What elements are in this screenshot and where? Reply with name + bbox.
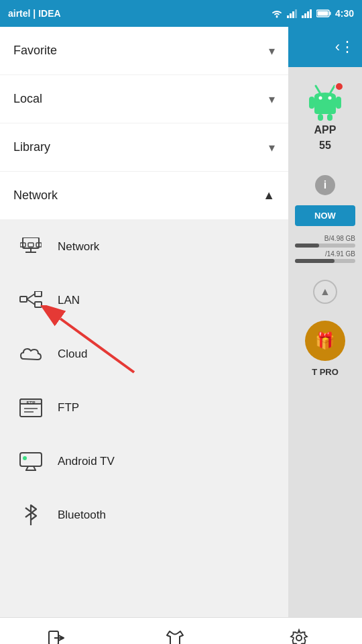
more-options-icon[interactable]: ⋮: [340, 38, 355, 56]
nav-exit[interactable]: Exit: [34, 623, 80, 644]
bluetooth-item-label: Bluetooth: [58, 508, 106, 522]
chevron-down-icon: ▾: [269, 140, 275, 155]
info-icon[interactable]: i: [315, 175, 335, 195]
status-bar: airtel | IDEA 4:30: [0, 0, 362, 27]
svg-line-21: [27, 294, 35, 299]
svg-rect-40: [318, 114, 323, 121]
svg-point-32: [23, 456, 27, 460]
sidebar-item-network[interactable]: Network ▲: [0, 172, 288, 220]
right-panel: ‹ ⋮: [288, 27, 362, 617]
exit-icon: [48, 629, 66, 644]
back-button[interactable]: ‹: [335, 38, 340, 56]
svg-text:FTP: FTP: [26, 400, 36, 405]
sidebar-item-favorite[interactable]: Favorite ▾: [0, 27, 288, 75]
wifi-icon: [271, 9, 283, 18]
svg-rect-4: [295, 9, 297, 18]
carrier-text: airtel | IDEA: [8, 8, 61, 19]
submenu-item-network[interactable]: Network: [0, 220, 288, 274]
storage-text-2: /14.91 GB: [295, 250, 355, 258]
sidebar-item-library[interactable]: Library ▾: [0, 123, 288, 172]
svg-point-36: [319, 97, 322, 100]
ftp-icon: FTP: [19, 396, 43, 420]
gift-button[interactable]: 🎁: [305, 321, 345, 361]
battery-icon: [316, 9, 331, 17]
svg-point-37: [328, 97, 332, 100]
svg-line-22: [27, 299, 35, 305]
carrier-info: airtel | IDEA: [8, 8, 61, 19]
cloud-item-label: Cloud: [58, 347, 87, 361]
svg-rect-16: [28, 243, 34, 247]
signal-icon-2: [302, 9, 312, 18]
submenu-item-androidtv[interactable]: Android TV: [0, 435, 288, 488]
svg-line-34: [316, 86, 320, 93]
favorite-label: Favorite: [13, 44, 57, 58]
svg-rect-41: [327, 114, 333, 121]
sidebar-item-local[interactable]: Local ▾: [0, 75, 288, 123]
svg-rect-7: [307, 11, 309, 18]
submenu-item-lan[interactable]: LAN: [0, 274, 288, 327]
bluetooth-icon: [19, 503, 43, 527]
status-icons: 4:30: [271, 8, 354, 19]
right-panel-content: APP 55 i NOW B/4.98 GB /14.91 GB ▲ 🎁 T P…: [292, 67, 359, 384]
storage-text-1: B/4.98 GB: [295, 235, 355, 242]
notification-dot: [335, 82, 344, 91]
svg-rect-10: [329, 12, 330, 15]
drawer: Favorite ▾ Local ▾ Library ▾ Network ▲: [0, 27, 288, 617]
svg-rect-19: [35, 291, 42, 297]
network-item-label: Network: [58, 240, 99, 254]
svg-rect-5: [302, 15, 304, 18]
tv-icon: [19, 449, 43, 474]
network-label: Network: [13, 189, 58, 203]
pro-label: T PRO: [312, 367, 339, 377]
storage-info: B/4.98 GB /14.91 GB: [295, 235, 355, 263]
androidtv-item-label: Android TV: [58, 455, 115, 468]
svg-rect-20: [35, 302, 42, 307]
android-icon: [305, 80, 345, 121]
theme-icon: [166, 629, 184, 644]
settings-icon: [290, 629, 308, 644]
collapse-button[interactable]: ▲: [313, 280, 337, 304]
chevron-down-icon: ▾: [269, 44, 275, 58]
bottom-nav: Exit Theme Settings: [0, 617, 362, 644]
ftp-item-label: FTP: [58, 401, 79, 415]
chevron-up-icon: ▲: [263, 189, 275, 203]
svg-rect-3: [292, 11, 294, 18]
main-container: Favorite ▾ Local ▾ Library ▾ Network ▲: [0, 27, 362, 617]
right-top-bar: ‹ ⋮: [288, 27, 362, 67]
submenu-item-ftp[interactable]: FTP FTP: [0, 381, 288, 435]
app-label: APP: [314, 124, 337, 136]
storage-fill-1: [295, 244, 319, 248]
svg-rect-2: [290, 13, 292, 18]
svg-rect-38: [309, 97, 314, 109]
lan-icon: [19, 288, 43, 313]
local-label: Local: [13, 92, 42, 106]
now-button[interactable]: NOW: [295, 205, 355, 226]
library-label: Library: [13, 140, 50, 154]
svg-rect-11: [317, 11, 328, 16]
chevron-down-icon: ▾: [269, 92, 275, 107]
network-icon: [19, 235, 43, 259]
nav-settings[interactable]: Settings: [269, 623, 328, 644]
cloud-icon: [19, 342, 43, 366]
time-text: 4:30: [335, 8, 354, 19]
nav-theme[interactable]: Theme: [147, 623, 201, 644]
app-number: 55: [319, 140, 331, 152]
signal-icon: [287, 9, 298, 18]
svg-rect-39: [336, 97, 341, 109]
svg-rect-18: [20, 297, 27, 302]
lan-item-label: LAN: [58, 294, 80, 307]
storage-fill-2: [295, 259, 335, 263]
svg-point-46: [296, 635, 302, 641]
svg-rect-1: [287, 15, 289, 18]
network-submenu: Network LAN: [0, 220, 288, 617]
svg-rect-8: [310, 9, 312, 18]
submenu-item-bluetooth[interactable]: Bluetooth: [0, 488, 288, 542]
svg-rect-6: [304, 13, 306, 18]
submenu-item-cloud[interactable]: Cloud: [0, 327, 288, 381]
svg-point-0: [276, 16, 278, 18]
